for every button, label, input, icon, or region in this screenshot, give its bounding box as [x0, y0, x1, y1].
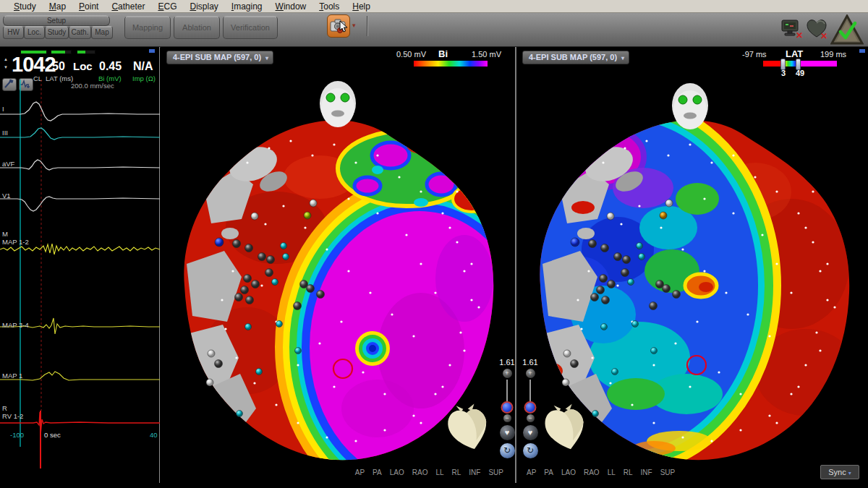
- menu-item-catheter[interactable]: Catheter: [105, 1, 151, 12]
- zoom-out-button[interactable]: −: [503, 414, 511, 422]
- orientation-ll-button[interactable]: LL: [608, 468, 616, 476]
- menu-item-point[interactable]: Point: [72, 1, 105, 12]
- trace-label-MAP1[interactable]: MAP 1: [2, 372, 22, 380]
- zoom-out-button[interactable]: −: [527, 414, 535, 422]
- orientation-pa-button[interactable]: PA: [544, 468, 553, 476]
- menu-item-study[interactable]: Study: [7, 1, 43, 12]
- orientation-rl-button[interactable]: RL: [624, 468, 633, 476]
- map-view-lat[interactable]: 4-EPI SUB MAP (597, 0)▾ -97 ms LAT 199 m…: [516, 47, 868, 483]
- heart-view-button[interactable]: ♥: [500, 425, 515, 440]
- zoom-slider-thumb[interactable]: [501, 401, 514, 414]
- chevron-down-icon: ▾: [848, 470, 851, 476]
- loc-button[interactable]: Loc.: [24, 26, 45, 39]
- orientation-sup-button[interactable]: SUP: [660, 468, 676, 476]
- bi-voltage-map-render[interactable]: [161, 47, 515, 483]
- trace-label-MAP12[interactable]: MAP 1-2: [2, 238, 29, 246]
- svg-text:✕: ✕: [796, 30, 803, 40]
- zoom-value: 1.61: [498, 358, 516, 367]
- camera-dropdown-caret[interactable]: ▾: [352, 22, 356, 29]
- ecg-heart-disconnected-icon: ✕: [804, 14, 830, 42]
- trace-label-RV12[interactable]: RV 1-2: [2, 412, 23, 420]
- trace-label-I[interactable]: I: [2, 105, 4, 113]
- cl-spinner-up[interactable]: ▲: [1, 56, 10, 63]
- zoom-control-right: 1.61 + − ♥ ↻: [521, 358, 540, 458]
- orientation-ap-button[interactable]: AP: [527, 468, 536, 476]
- orientation-ll-button[interactable]: LL: [435, 468, 443, 476]
- menu-item-window[interactable]: Window: [269, 1, 313, 12]
- menu-item-help[interactable]: Help: [346, 1, 377, 12]
- map-selector-left-label: 4-EPI SUB MAP (597, 0): [173, 53, 261, 61]
- imp-value: N/A: [133, 60, 153, 73]
- orientation-inf-button[interactable]: INF: [469, 468, 480, 476]
- lat-scale-title: LAT: [786, 48, 803, 59]
- lat-value: 50: [52, 60, 65, 73]
- zoom-value: 1.61: [521, 358, 540, 367]
- menu-item-ecg[interactable]: ECG: [151, 1, 183, 12]
- chevron-down-icon: ▾: [621, 55, 624, 61]
- menu-item-map[interactable]: Map: [43, 1, 72, 12]
- cl-spinner-down[interactable]: ▼: [1, 64, 10, 71]
- trace-label-MAP34[interactable]: MAP 3-4: [2, 321, 29, 329]
- menu-item-tools[interactable]: Tools: [312, 1, 346, 12]
- cl-value: 1042: [12, 53, 56, 77]
- verification-button[interactable]: Verification: [223, 16, 278, 39]
- panel-marker: [149, 49, 155, 53]
- ecg-traces: [0, 80, 160, 447]
- ablation-button[interactable]: Ablation: [174, 16, 220, 39]
- trace-label-V1[interactable]: V1: [2, 192, 11, 200]
- orientation-presets-left: APPALAORAOLLRLINFSUP: [355, 468, 503, 476]
- lat-high-value: 49: [796, 69, 804, 77]
- trace-group-M: M: [2, 230, 8, 238]
- map-view-bi[interactable]: 4-EPI SUB MAP (597, 0)▾ 0.50 mV Bi 1.50 …: [161, 47, 516, 483]
- rotate-view-button[interactable]: ↻: [523, 443, 538, 458]
- rotate-view-button[interactable]: ↻: [500, 443, 515, 458]
- lat-scale-min: -97 ms: [742, 50, 767, 59]
- orientation-ap-button[interactable]: AP: [355, 468, 365, 476]
- trace-label-III[interactable]: III: [2, 129, 8, 137]
- menu-item-imaging[interactable]: Imaging: [225, 1, 269, 12]
- trace-group-R: R: [2, 404, 7, 412]
- mapping-button[interactable]: Mapping: [124, 16, 171, 39]
- setup-group: Setup HW Loc. Study Cath. Map: [3, 15, 111, 43]
- orientation-face-icon[interactable]: [320, 81, 356, 127]
- cath-button[interactable]: Cath.: [69, 26, 91, 39]
- heart-view-button[interactable]: ♥: [523, 425, 538, 440]
- zoom-in-button[interactable]: +: [503, 369, 512, 378]
- map-selector-left[interactable]: 4-EPI SUB MAP (597, 0)▾: [166, 51, 273, 64]
- map-selector-right[interactable]: 4-EPI SUB MAP (597, 0)▾: [522, 51, 629, 64]
- zoom-slider-thumb[interactable]: [524, 401, 537, 414]
- cursor-pointer-icon: [339, 21, 348, 33]
- sync-dropdown[interactable]: Sync ▾: [820, 465, 859, 479]
- orientation-lao-button[interactable]: LAO: [561, 468, 576, 476]
- sync-label: Sync: [828, 468, 846, 476]
- time-zero-line[interactable]: [40, 411, 41, 468]
- bi-color-scale[interactable]: [414, 61, 488, 67]
- hw-button[interactable]: HW: [3, 26, 24, 39]
- orientation-rao-button[interactable]: RAO: [584, 468, 600, 476]
- orientation-rl-button[interactable]: RL: [452, 468, 461, 476]
- orientation-rao-button[interactable]: RAO: [412, 468, 428, 476]
- location-disconnected-icon: ✕: [778, 14, 804, 42]
- orientation-sup-button[interactable]: SUP: [488, 468, 503, 476]
- orientation-lao-button[interactable]: LAO: [390, 468, 404, 476]
- zoom-in-button[interactable]: +: [526, 369, 535, 378]
- lat-low-value: 3: [781, 69, 786, 77]
- orientation-face-icon[interactable]: [672, 83, 708, 129]
- lat-map-render[interactable]: [516, 47, 868, 483]
- bi-scale-title: Bi: [438, 48, 448, 59]
- menu-item-display[interactable]: Display: [183, 1, 224, 12]
- toolbar-separator: [367, 16, 368, 36]
- toolbar: Setup HW Loc. Study Cath. Map Mapping Ab…: [0, 13, 868, 48]
- map-selector-right-label: 4-EPI SUB MAP (597, 0): [529, 53, 617, 61]
- study-button[interactable]: Study: [45, 26, 69, 39]
- bi-value: 0.45: [99, 60, 122, 73]
- orientation-pa-button[interactable]: PA: [373, 468, 382, 476]
- lat-color-scale[interactable]: [763, 61, 837, 67]
- reference-heart-icon[interactable]: [542, 401, 587, 453]
- snapshot-camera-button[interactable]: [327, 14, 350, 38]
- map-button[interactable]: Map: [91, 26, 113, 39]
- time-end-label: 40: [150, 431, 158, 439]
- chevron-down-icon: ▾: [265, 55, 268, 61]
- trace-label-aVF[interactable]: aVF: [2, 160, 14, 168]
- orientation-inf-button[interactable]: INF: [641, 468, 652, 476]
